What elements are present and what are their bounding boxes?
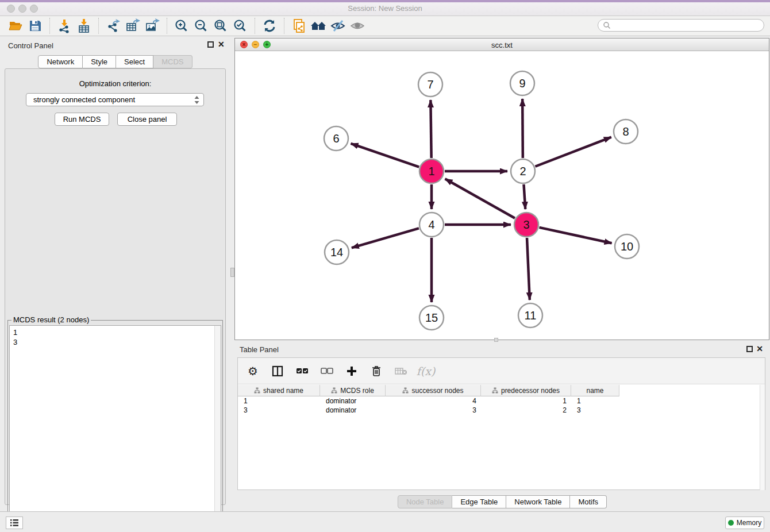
- control-panel-header: Control Panel ✕: [0, 36, 230, 53]
- graph-edge-2-8[interactable]: [535, 137, 611, 167]
- close-panel-button[interactable]: Close panel: [117, 113, 177, 126]
- table-tabs: Node TableEdge TableNetwork TableMotifs: [234, 495, 770, 508]
- tab-style[interactable]: Style: [83, 55, 116, 68]
- function-builder-icon[interactable]: f(x): [418, 363, 434, 379]
- hide-details-eye-slash-icon[interactable]: [328, 17, 348, 34]
- mcds-result-scrollbar[interactable]: [214, 326, 221, 532]
- tab-motifs[interactable]: Motifs: [570, 495, 607, 508]
- add-column-icon[interactable]: [344, 363, 360, 379]
- tab-node-table[interactable]: Node Table: [398, 495, 453, 508]
- zoom-fit-icon[interactable]: [211, 17, 230, 34]
- table-cell[interactable]: dominator: [320, 396, 386, 406]
- unselect-all-columns-icon[interactable]: [319, 363, 335, 379]
- column-header-successor-nodes[interactable]: successor nodes: [386, 385, 481, 396]
- open-session-icon[interactable]: [6, 17, 25, 34]
- select-all-columns-icon[interactable]: [294, 363, 310, 379]
- table-scrollbar[interactable]: [760, 385, 765, 490]
- tab-select[interactable]: Select: [116, 55, 153, 68]
- column-header-MCDS-role[interactable]: MCDS role: [320, 385, 386, 396]
- mcds-result-textbox[interactable]: 1 3: [9, 325, 221, 532]
- vertical-splitter[interactable]: [230, 36, 234, 507]
- column-header-label: shared name: [263, 387, 303, 395]
- splitter-thumb[interactable]: [230, 268, 234, 277]
- close-table-panel-icon[interactable]: ✕: [756, 344, 763, 353]
- graph-node-label: 14: [330, 246, 343, 259]
- table-cell[interactable]: dominator: [320, 406, 386, 415]
- graph-edge-3-10[interactable]: [539, 228, 611, 243]
- close-panel-icon[interactable]: ✕: [218, 40, 225, 49]
- toolbar-separator: [98, 18, 99, 34]
- table-cell[interactable]: 3: [386, 406, 481, 415]
- tab-network-table[interactable]: Network Table: [506, 495, 570, 508]
- graph-edge-2-3[interactable]: [523, 184, 525, 209]
- table-cell[interactable]: 3: [238, 406, 320, 415]
- houses-icon[interactable]: [309, 17, 328, 34]
- search-field[interactable]: [598, 19, 764, 32]
- export-network-icon[interactable]: [103, 17, 123, 34]
- memory-label: Memory: [737, 519, 761, 527]
- columns-icon[interactable]: [270, 363, 286, 379]
- list-icon: [10, 519, 19, 527]
- memory-status-icon: [728, 520, 734, 526]
- tab-edge-table[interactable]: Edge Table: [452, 495, 506, 508]
- titlebar-accent-strip: [0, 0, 770, 2]
- table-cell[interactable]: 2: [481, 406, 571, 415]
- hierarchy-icon: [331, 387, 337, 394]
- table-cell[interactable]: 4: [386, 396, 481, 406]
- duplicate-network-icon[interactable]: [289, 17, 309, 34]
- zoom-out-icon[interactable]: [191, 17, 211, 34]
- graph-node-label: 7: [427, 78, 433, 91]
- table-row[interactable]: 1dominator411: [238, 396, 765, 406]
- tab-mcds[interactable]: MCDS: [153, 55, 192, 68]
- search-input[interactable]: [611, 21, 764, 29]
- table-cell[interactable]: 3: [571, 406, 619, 415]
- app-titlebar: Session: New Session: [0, 0, 770, 16]
- import-network-icon[interactable]: [55, 17, 74, 34]
- graph-node-label: 2: [519, 165, 526, 178]
- refresh-icon[interactable]: [260, 17, 279, 34]
- window-resize-grip[interactable]: [494, 338, 498, 342]
- optimization-criterion-label: Optimization criterion:: [5, 79, 225, 88]
- table-row[interactable]: 3dominator323: [238, 406, 765, 415]
- table-cell[interactable]: 1: [571, 396, 619, 406]
- delete-column-icon[interactable]: [368, 363, 384, 379]
- graph-edge-3-1[interactable]: [445, 179, 515, 218]
- float-panel-icon[interactable]: [207, 41, 214, 48]
- tab-network[interactable]: Network: [38, 55, 83, 68]
- graph-edge-3-11[interactable]: [527, 238, 530, 300]
- graph-node-label: 9: [519, 77, 525, 90]
- graph-edge-2-9[interactable]: [522, 99, 523, 158]
- graph-edge-4-14[interactable]: [352, 228, 419, 248]
- mcds-panel: Optimization criterion: strongly connect…: [5, 68, 226, 505]
- search-icon: [603, 21, 611, 29]
- criterion-select[interactable]: strongly connected component: [26, 93, 204, 106]
- import-table-icon[interactable]: [74, 17, 94, 34]
- export-image-icon[interactable]: [143, 17, 162, 34]
- zoom-in-icon[interactable]: [172, 17, 191, 34]
- graph-node-label: 15: [425, 311, 438, 324]
- network-window-titlebar[interactable]: × − + scc.txt: [235, 38, 769, 51]
- graph-node-label: 10: [621, 240, 633, 253]
- graph-edges[interactable]: [351, 99, 612, 302]
- column-header-shared-name[interactable]: shared name: [238, 385, 320, 396]
- graph-edge-1-7[interactable]: [430, 100, 431, 158]
- task-history-button[interactable]: [6, 516, 23, 529]
- table-toolbar: ⚙ f(x): [238, 358, 765, 384]
- graph-canvas[interactable]: 1234678910111415: [235, 51, 769, 340]
- graph-edge-1-6[interactable]: [351, 144, 419, 167]
- save-session-icon[interactable]: [25, 17, 45, 34]
- zoom-selected-icon[interactable]: [230, 17, 250, 34]
- show-details-eye-icon[interactable]: [348, 17, 367, 34]
- export-table-icon[interactable]: [123, 17, 143, 34]
- table-cell[interactable]: 1: [238, 396, 320, 406]
- run-mcds-button[interactable]: Run MCDS: [55, 113, 109, 126]
- column-header-label: successor nodes: [411, 387, 463, 395]
- column-header-predecessor-nodes[interactable]: predecessor nodes: [481, 385, 571, 396]
- table-cell[interactable]: 1: [481, 396, 571, 406]
- gear-icon[interactable]: ⚙: [245, 363, 261, 379]
- memory-button[interactable]: Memory: [725, 516, 764, 529]
- column-header-label: predecessor nodes: [501, 387, 560, 395]
- float-table-panel-icon[interactable]: [746, 346, 753, 352]
- delete-table-icon[interactable]: [393, 363, 409, 379]
- column-header-name[interactable]: name: [571, 385, 619, 396]
